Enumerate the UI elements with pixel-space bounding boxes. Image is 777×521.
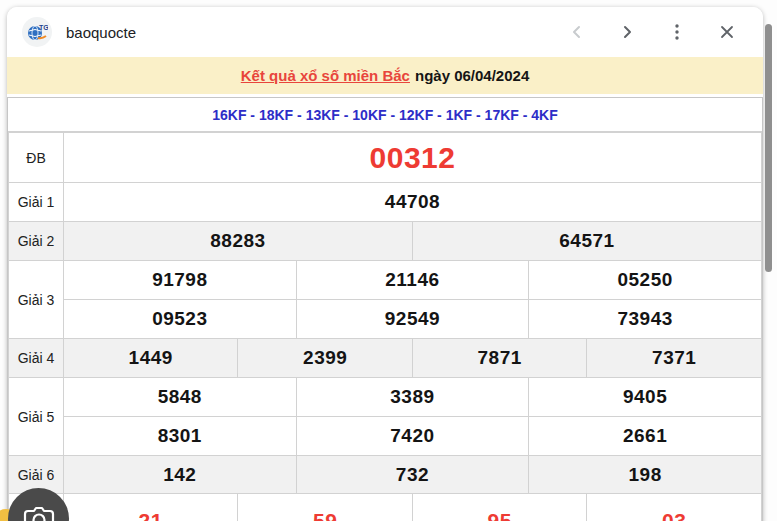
prize-value: 3389 [296, 378, 529, 417]
camera-icon [23, 505, 55, 521]
prize-value: 91798 [64, 261, 297, 300]
forward-button[interactable] [617, 22, 637, 42]
back-button[interactable] [567, 22, 587, 42]
prize-value: 2399 [238, 339, 412, 378]
prize-value: 00312 [64, 133, 762, 183]
prize-label: Giải 2 [9, 222, 64, 261]
prize-value: 8301 [64, 417, 297, 456]
table-row-g3-line2: 09523 92549 73943 [9, 300, 762, 339]
globe-logo-icon: TG [26, 21, 48, 43]
station-link[interactable]: 18KF [259, 107, 293, 123]
prize-value: 88283 [64, 222, 413, 261]
prize-value: 21 [64, 494, 238, 521]
prize-label: ĐB [9, 133, 64, 183]
station-links-row: 16KF - 18KF - 13KF - 10KF - 12KF - 1KF -… [8, 98, 762, 132]
prize-label: Giải 3 [9, 261, 64, 339]
station-link[interactable]: 1KF [446, 107, 472, 123]
prize-value: 03 [587, 494, 762, 521]
table-row-g7: 21 59 95 03 [9, 494, 762, 521]
kebab-menu-icon [675, 24, 679, 40]
prize-value: 92549 [296, 300, 529, 339]
separator: - [340, 107, 352, 123]
result-banner: Kết quả xổ số miền Bắc ngày 06/04/2024 [7, 57, 763, 94]
prize-value: 2661 [529, 417, 762, 456]
prize-label: Giải 1 [9, 183, 64, 222]
result-title-link[interactable]: Kết quả xổ số miền Bắc [241, 67, 410, 84]
prize-value: 142 [64, 456, 297, 494]
station-link[interactable]: 17KF [485, 107, 519, 123]
separator: - [519, 107, 531, 123]
close-icon [720, 25, 734, 39]
prize-value: 7420 [296, 417, 529, 456]
table-row-g5-line2: 8301 7420 2661 [9, 417, 762, 456]
prize-value: 9405 [529, 378, 762, 417]
close-button[interactable] [717, 22, 737, 42]
prize-value: 09523 [64, 300, 297, 339]
table-row-g2: Giải 2 88283 64571 [9, 222, 762, 261]
station-link[interactable]: 13KF [306, 107, 340, 123]
separator: - [433, 107, 445, 123]
prize-value: 7871 [412, 339, 586, 378]
site-title: baoquocte [66, 24, 567, 41]
prize-value: 732 [296, 456, 529, 494]
table-row-db: ĐB 00312 [9, 133, 762, 183]
prize-value: 59 [238, 494, 412, 521]
table-row-g1: Giải 1 44708 [9, 183, 762, 222]
prize-value: 44708 [64, 183, 762, 222]
site-favicon: TG [22, 17, 52, 47]
results-table: ĐB 00312 Giải 1 44708 Giải 2 88283 64571… [8, 132, 762, 521]
prize-value: 5848 [64, 378, 297, 417]
more-options-button[interactable] [667, 22, 687, 42]
prize-value: 1449 [64, 339, 238, 378]
table-row-g6: Giải 6 142 732 198 [9, 456, 762, 494]
station-link[interactable]: 10KF [352, 107, 386, 123]
separator: - [246, 107, 258, 123]
station-link[interactable]: 4KF [531, 107, 557, 123]
prize-value: 198 [529, 456, 762, 494]
prize-label: Giải 4 [9, 339, 64, 378]
chevron-right-icon [620, 25, 634, 39]
table-row-g4: Giải 4 1449 2399 7871 7371 [9, 339, 762, 378]
chevron-left-icon [570, 25, 584, 39]
prize-value: 7371 [587, 339, 762, 378]
card-controls [567, 22, 737, 42]
prize-value: 73943 [529, 300, 762, 339]
station-link[interactable]: 16KF [212, 107, 246, 123]
prize-value: 95 [412, 494, 586, 521]
result-date: ngày 06/04/2024 [415, 67, 529, 84]
prize-value: 05250 [529, 261, 762, 300]
separator: - [387, 107, 399, 123]
card-header: TG baoquocte [7, 7, 763, 57]
results-board: 16KF - 18KF - 13KF - 10KF - 12KF - 1KF -… [7, 97, 763, 521]
table-row-g5-line1: Giải 5 5848 3389 9405 [9, 378, 762, 417]
prize-value: 64571 [412, 222, 761, 261]
prize-value: 21146 [296, 261, 529, 300]
result-card: TG baoquocte [7, 7, 763, 521]
vertical-scrollbar-thumb[interactable] [765, 24, 772, 272]
svg-text:TG: TG [39, 24, 48, 31]
prize-label: Giải 5 [9, 378, 64, 456]
table-row-g3-line1: Giải 3 91798 21146 05250 [9, 261, 762, 300]
station-link[interactable]: 12KF [399, 107, 433, 123]
separator: - [472, 107, 484, 123]
separator: - [293, 107, 305, 123]
